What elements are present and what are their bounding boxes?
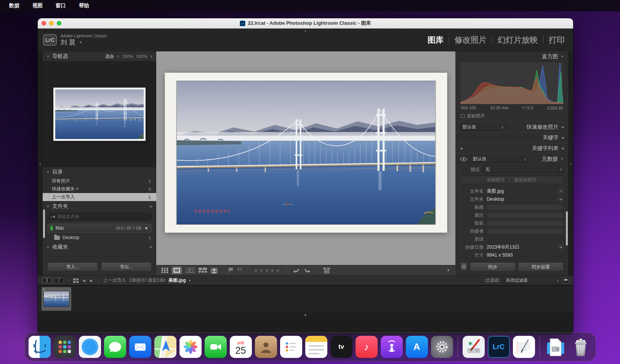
sync-settings-button[interactable]: 同步设置	[518, 262, 564, 271]
export-button[interactable]: 导出...	[101, 262, 152, 271]
appstore-icon[interactable]: A	[406, 336, 428, 358]
catalog-quick-collection[interactable]: 快捷收藏夹 + 0	[43, 185, 156, 193]
right-panel-scrollbar[interactable]	[566, 51, 568, 275]
filmstrip-thumbnail[interactable]: 1	[42, 287, 71, 311]
module-print[interactable]: 打印	[549, 35, 565, 45]
paint-disk-app-icon[interactable]	[463, 336, 485, 358]
minimize-button[interactable]	[49, 21, 54, 26]
navigator-preview[interactable]	[43, 61, 156, 167]
main-window-button[interactable]: 1	[42, 278, 51, 283]
menu-help[interactable]: 帮助	[79, 2, 89, 9]
trash-icon[interactable]	[570, 336, 592, 358]
zoom-fit[interactable]: 适合	[105, 54, 114, 59]
keywording-header[interactable]: 关键字 ◀	[455, 133, 568, 143]
quick-develop-preset-dropdown[interactable]: 默认值 ▲▼	[460, 124, 505, 131]
maps-icon[interactable]	[154, 336, 176, 358]
left-panel-scrollbar[interactable]	[43, 51, 45, 275]
triangle-down-icon[interactable]: ▼	[144, 226, 148, 230]
photo-canvas[interactable]	[156, 51, 455, 265]
caption-input[interactable]	[487, 212, 564, 218]
forward-arrow-icon[interactable]: ►	[89, 278, 94, 283]
add-folder-icon[interactable]: +	[149, 203, 152, 209]
module-develop[interactable]: 修改照片	[455, 35, 487, 45]
histogram-header[interactable]: 直方图 ▼	[455, 51, 568, 62]
zoom-100[interactable]: 100%	[122, 54, 133, 59]
top-panel-collapse-icon[interactable]: ▲	[304, 29, 307, 32]
close-button[interactable]	[42, 21, 46, 26]
star-rating[interactable]: ★★★★★	[253, 268, 281, 273]
current-filename[interactable]: 美图.jpg	[168, 277, 186, 284]
field-value[interactable]: 2023年9月13日	[487, 244, 555, 251]
add-keyword-icon[interactable]: +	[460, 145, 463, 152]
reminders-icon[interactable]	[280, 336, 302, 358]
folder-search-input[interactable]	[58, 214, 134, 219]
survey-view-icon[interactable]	[199, 267, 207, 274]
navigator-header[interactable]: ▼ 导航器 适合 ▲▼ 100% 300% ▲▼	[43, 51, 156, 61]
eye-icon[interactable]	[460, 157, 467, 161]
module-slideshow[interactable]: 幻灯片放映	[498, 35, 538, 45]
folders-header[interactable]: ▼ 文件夹 +	[43, 201, 156, 211]
finder-icon[interactable]	[29, 336, 51, 358]
chevron-down-icon[interactable]: ▾	[189, 279, 191, 283]
field-value[interactable]: Desktop	[487, 196, 555, 202]
quick-develop-header[interactable]: 默认值 ▲▼ 快速修改照片 ◀	[455, 122, 568, 132]
sync-button[interactable]: 同步	[470, 262, 516, 271]
back-arrow-icon[interactable]: ◄	[82, 278, 86, 283]
bottom-panel-collapse[interactable]: ▼	[38, 313, 573, 334]
loupe-view-icon[interactable]	[172, 267, 182, 274]
field-value[interactable]: 美图.jpg	[487, 188, 555, 195]
folder-search[interactable]: ⌕▾	[47, 213, 152, 220]
keyword-list-header[interactable]: + 关键字列表 ◀	[455, 143, 568, 153]
launchpad-icon[interactable]	[54, 336, 76, 358]
collections-header[interactable]: ▼ 收藏夹 +	[43, 242, 156, 252]
people-view-icon[interactable]	[211, 267, 218, 274]
source-breadcrumb[interactable]: 上一次导入	[103, 277, 126, 284]
selected-photo-button[interactable]: 选定的照片	[514, 177, 537, 183]
menu-window[interactable]: 窗口	[56, 2, 66, 9]
volume-mac[interactable]: Mac 18.6 / 85.7 GB ▼	[47, 224, 152, 233]
notes-icon[interactable]	[305, 336, 327, 358]
histogram-chart[interactable]	[460, 62, 564, 104]
flag-pick-icon[interactable]	[229, 267, 234, 274]
window-titlebar[interactable]: Lr 22.lrcat - Adobe Photoshop Lightroom …	[38, 18, 573, 29]
module-library[interactable]: 图库	[428, 35, 444, 45]
autosync-toggle-icon[interactable]: 日	[460, 262, 468, 271]
contacts-icon[interactable]	[255, 336, 277, 358]
filename-action-icon[interactable]: ≡	[558, 188, 564, 194]
chevron-down-icon[interactable]: ▼	[79, 41, 82, 44]
main-photo[interactable]	[176, 81, 435, 224]
zoom-300[interactable]: 300%	[136, 54, 147, 59]
filter-toggle[interactable]	[563, 278, 569, 283]
textedit-icon[interactable]	[513, 336, 535, 358]
metadata-preset-dropdown[interactable]: 无 ▲▼	[483, 166, 564, 173]
import-button[interactable]: 导入...	[47, 262, 98, 271]
flag-reject-icon[interactable]	[237, 267, 242, 274]
right-panel-collapse[interactable]: ›	[568, 51, 573, 275]
rotate-right-icon[interactable]	[304, 267, 311, 274]
copyright-input[interactable]	[487, 220, 564, 226]
facetime-icon[interactable]	[205, 336, 227, 358]
grid-view-shortcut-icon[interactable]	[73, 278, 79, 283]
grid-view-icon[interactable]	[162, 267, 168, 274]
title-input[interactable]	[487, 204, 564, 210]
stepper-icon[interactable]: ▲▼	[117, 55, 119, 58]
compare-view-icon[interactable]: XY	[186, 267, 195, 274]
edit-date-icon[interactable]: ➜	[558, 244, 564, 250]
zoom-button[interactable]	[57, 21, 61, 26]
appletv-icon[interactable]: tv	[330, 336, 352, 358]
rotate-left-icon[interactable]	[292, 267, 300, 274]
original-photo-checkbox[interactable]	[461, 114, 465, 118]
podcasts-icon[interactable]	[381, 336, 403, 358]
folder-desktop[interactable]: Desktop 1	[43, 233, 156, 242]
catalog-all-photos[interactable]: 所有照片 1	[43, 177, 156, 185]
calendar-icon[interactable]: 10月 25	[230, 336, 252, 358]
metadata-view-dropdown[interactable]: 默认值 ▲▼	[470, 156, 527, 163]
photos-icon[interactable]	[179, 336, 202, 358]
messages-icon[interactable]	[104, 336, 126, 358]
mail-icon[interactable]	[129, 336, 151, 358]
catalog-header[interactable]: ▼ 目录	[43, 167, 156, 177]
stepper-icon[interactable]: ▲▼	[151, 55, 152, 58]
filter-dropdown[interactable]: 关闭过滤器 ▲▼	[503, 277, 560, 284]
music-icon[interactable]: ♪	[356, 336, 378, 358]
menu-view[interactable]: 视图	[32, 2, 43, 9]
